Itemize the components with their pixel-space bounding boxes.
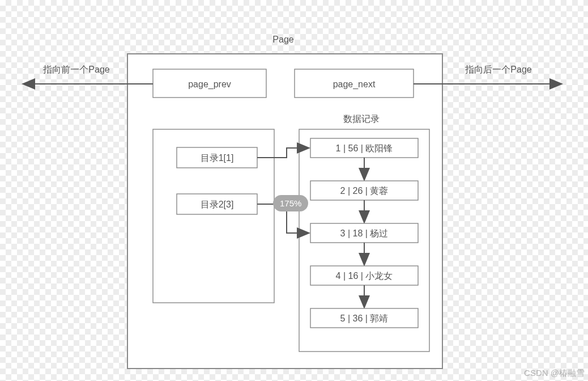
- record-2-text: 3 | 18 | 杨过: [340, 228, 389, 238]
- record-0-text: 1 | 56 | 欧阳锋: [336, 143, 393, 153]
- prev-pointer-label: 指向前一个Page: [42, 65, 109, 74]
- zoom-badge: 175%: [273, 195, 308, 211]
- diagram-svg: Page page_prev page_next 指向前一个Page 指向后一个…: [0, 0, 588, 381]
- dir-item-1-label: 目录2[3]: [201, 200, 234, 209]
- record-3-text: 4 | 16 | 小龙女: [336, 271, 393, 281]
- next-pointer-label: 指向后一个Page: [465, 65, 531, 74]
- record-3: 4 | 16 | 小龙女: [310, 266, 418, 285]
- record-2: 3 | 18 | 杨过: [310, 223, 418, 243]
- record-1-text: 2 | 26 | 黄蓉: [340, 186, 389, 196]
- page-next-label: page_next: [333, 79, 376, 90]
- record-1: 2 | 26 | 黄蓉: [310, 181, 418, 200]
- watermark: CSDN @椿融雪: [524, 368, 585, 379]
- record-4: 5 | 36 | 郭靖: [310, 308, 418, 328]
- record-0: 1 | 56 | 欧阳锋: [310, 138, 418, 158]
- dir-item-0-label: 目录1[1]: [201, 153, 234, 163]
- records-title: 数据记录: [343, 114, 380, 124]
- page-title: Page: [272, 35, 293, 44]
- page-prev-label: page_prev: [188, 79, 231, 90]
- record-4-text: 5 | 36 | 郭靖: [340, 314, 389, 323]
